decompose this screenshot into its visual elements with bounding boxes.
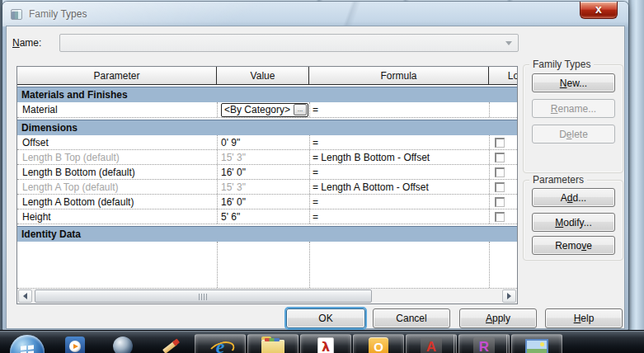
param-value[interactable]: <By Category>...: [217, 102, 309, 117]
outlook-icon: [369, 337, 388, 353]
param-lock-cell: [489, 195, 518, 209]
taskbar-item-internet-explorer-icon[interactable]: [195, 334, 246, 353]
taskbar-item-photo-viewer-icon[interactable]: [511, 334, 562, 353]
groupbox-label: Family Types: [529, 59, 594, 70]
taskbar-item-media-player-icon[interactable]: [51, 334, 99, 353]
param-value[interactable]: 15' 3": [217, 150, 309, 164]
column-header-formula: Formula: [309, 67, 489, 84]
remove-button[interactable]: Remove: [532, 236, 615, 255]
pencil-tool-icon: [160, 337, 181, 353]
revit-icon: [473, 337, 495, 353]
param-row: Length B Top (default)15' 3"= Length B B…: [17, 150, 517, 165]
apply-button[interactable]: Apply: [459, 308, 537, 328]
new-button[interactable]: New...: [532, 73, 615, 92]
taskbar-item-pencil-tool-icon[interactable]: [147, 334, 195, 353]
taskbar-item-folder-explorer-icon[interactable]: [247, 334, 298, 353]
dialog-client: Name: ParameterValueFormulaLo Materials …: [7, 26, 624, 328]
add-button[interactable]: Add...: [532, 188, 615, 207]
param-value[interactable]: 16' 0": [217, 165, 309, 179]
param-lock-cell: [489, 180, 518, 194]
param-name: Material: [17, 102, 217, 117]
param-formula[interactable]: =: [309, 135, 489, 149]
table-empty-area: [17, 242, 517, 289]
name-label: Name:: [12, 37, 41, 49]
taskbar-item-outlook-icon[interactable]: [353, 334, 404, 353]
screen: Family Types x Name: ParameterValueFormu…: [0, 0, 644, 353]
param-value[interactable]: 16' 0": [217, 195, 309, 209]
param-formula[interactable]: = Length A Bottom - Offset: [309, 180, 489, 194]
horizontal-scrollbar[interactable]: [17, 289, 517, 304]
param-name: Length B Top (default): [17, 150, 217, 164]
cancel-button[interactable]: Cancel: [373, 308, 450, 328]
scrollbar-thumb[interactable]: [35, 289, 372, 303]
lock-checkbox[interactable]: [495, 138, 505, 148]
adobe-reader-icon: [317, 337, 334, 353]
lock-checkbox[interactable]: [495, 167, 505, 177]
delete-button: Delete: [532, 125, 615, 144]
param-formula[interactable]: =: [309, 195, 489, 209]
column-divider: [489, 242, 490, 288]
close-button[interactable]: x: [580, 2, 618, 19]
param-row: Length A Bottom (default)16' 0"=: [17, 195, 517, 209]
ok-button[interactable]: OK: [286, 308, 365, 328]
param-lock-cell: [489, 135, 518, 149]
param-formula[interactable]: =: [309, 209, 489, 224]
param-row: Offset0' 9"=: [17, 135, 517, 150]
section-header-row: Dimensions: [17, 118, 517, 135]
column-divider: [217, 242, 218, 288]
value-editor[interactable]: <By Category>...: [221, 103, 308, 117]
param-lock-cell: [489, 209, 518, 224]
param-value[interactable]: 0' 9": [217, 135, 309, 149]
lock-checkbox[interactable]: [495, 182, 505, 192]
param-value[interactable]: 15' 3": [217, 180, 309, 194]
scrollbar-track[interactable]: [33, 289, 501, 303]
parameters-table: ParameterValueFormulaLo Materials and Fi…: [16, 66, 518, 304]
param-lock-cell: [489, 150, 518, 164]
dialog-icon: [11, 9, 22, 20]
param-value[interactable]: 5' 6": [217, 209, 309, 224]
param-row: Length A Top (default)15' 3"= Length A B…: [17, 180, 517, 195]
browse-material-button[interactable]: ...: [294, 104, 307, 115]
param-name: Length A Bottom (default): [17, 195, 217, 209]
taskbar-item-sphere-app-icon[interactable]: [99, 334, 147, 353]
rename-button: Rename...: [532, 99, 615, 118]
param-lock-cell: [489, 102, 518, 117]
modify-button[interactable]: Modify...: [532, 213, 615, 232]
groupbox-parameters: ParametersAdd...Modify...Remove: [523, 180, 623, 261]
background-right-strip: [628, 0, 644, 330]
dialog-titlebar[interactable]: Family Types: [2, 2, 628, 26]
param-formula[interactable]: = Length B Bottom - Offset: [309, 150, 489, 164]
family-type-name-combobox[interactable]: [59, 34, 519, 52]
taskbar-item-revit-icon[interactable]: [458, 334, 510, 353]
column-header-parameter: Parameter: [17, 67, 217, 84]
family-types-dialog: Family Types x Name: ParameterValueFormu…: [2, 2, 628, 330]
help-button[interactable]: Help: [545, 308, 623, 328]
groupbox-label: Parameters: [529, 174, 587, 186]
lock-checkbox[interactable]: [495, 197, 505, 207]
photo-viewer-icon: [525, 339, 548, 353]
value-editor-text: <By Category>: [224, 104, 290, 115]
lock-checkbox[interactable]: [495, 153, 505, 162]
taskbar-item-autocad-icon[interactable]: [406, 334, 457, 353]
arrow-left-icon: [23, 293, 27, 299]
media-player-icon: [65, 337, 85, 353]
param-formula[interactable]: =: [309, 165, 489, 179]
param-formula[interactable]: =: [309, 102, 489, 117]
param-name: Length A Top (default): [17, 180, 217, 194]
param-name: Height: [17, 209, 217, 224]
scroll-right-button[interactable]: [502, 289, 516, 303]
scroll-left-button[interactable]: [18, 289, 32, 303]
param-row: Length B Bottom (default)16' 0"=: [17, 165, 517, 180]
groupbox-family-types: Family TypesNew...Rename...Delete: [523, 64, 623, 173]
taskbar-item-start-orb[interactable]: [3, 334, 51, 353]
table-header-row: ParameterValueFormulaLo: [17, 67, 517, 85]
taskbar: [0, 330, 644, 353]
start-orb: [10, 335, 45, 353]
close-icon: x: [595, 2, 602, 16]
taskbar-item-adobe-reader-icon[interactable]: [300, 334, 351, 353]
grip-icon: [199, 294, 207, 300]
internet-explorer-icon: [210, 337, 230, 353]
autocad-icon: [421, 337, 442, 353]
section-header-row: Identity Data: [17, 224, 517, 242]
lock-checkbox[interactable]: [495, 212, 505, 222]
